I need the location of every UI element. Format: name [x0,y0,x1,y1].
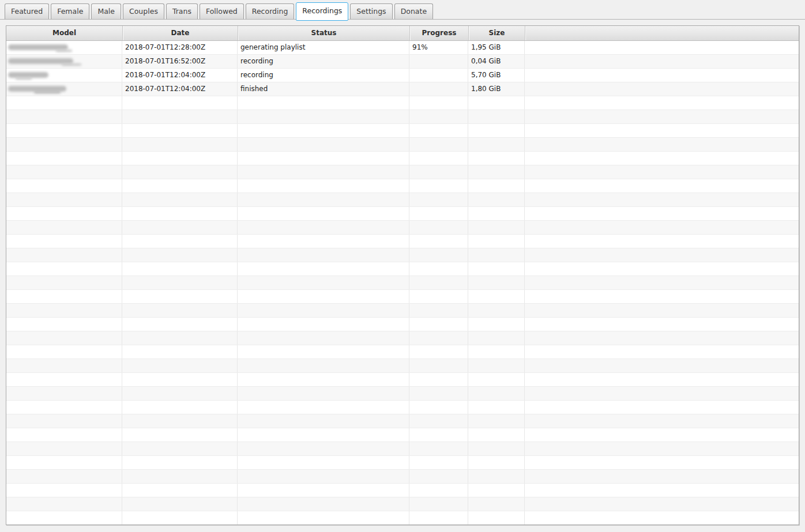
cell-progress [409,497,468,511]
cell-date[interactable]: 2018-07-01T12:04:00Z [122,69,238,82]
cell-size [468,235,525,248]
cell-model [6,152,122,165]
column-header-extra[interactable] [525,26,799,40]
cell-model[interactable] [6,82,122,96]
cell-progress[interactable] [409,82,468,96]
tab-female[interactable]: Female [51,3,89,19]
cell-size [468,318,525,331]
column-header-status[interactable]: Status [238,26,409,40]
cell-progress [409,235,468,248]
redacted-model-name-tail [56,50,72,52]
cell-status [238,373,409,386]
cell-model [6,110,122,123]
table-row-empty [6,179,799,193]
cell-status [238,248,409,262]
cell-size[interactable]: 5,70 GiB [468,69,525,82]
cell-date [122,276,238,289]
tab-couples[interactable]: Couples [123,3,164,19]
cell-size[interactable]: 1,95 GiB [468,41,525,54]
cell-status [238,345,409,359]
cell-status [238,179,409,193]
table-body: 2018-07-01T12:28:00Zgenerating playlist9… [6,41,799,525]
cell-status[interactable]: recording [238,55,409,68]
cell-model [6,428,122,442]
cell-date [122,484,238,497]
table-row[interactable]: 2018-07-01T12:04:00Zfinished1,80 GiB [6,82,799,96]
cell-size [468,193,525,206]
cell-status [238,401,409,414]
tab-trans[interactable]: Trans [166,3,198,19]
tab-recording[interactable]: Recording [246,3,295,19]
cell-progress [409,124,468,137]
cell-date [122,387,238,400]
tab-male[interactable]: Male [91,3,121,19]
cell-progress [409,179,468,193]
table-row[interactable]: 2018-07-01T12:28:00Zgenerating playlist9… [6,41,799,55]
cell-progress[interactable]: 91% [409,41,468,54]
cell-date [122,124,238,137]
cell-size [468,96,525,110]
cell-size [468,179,525,193]
cell-date[interactable]: 2018-07-01T12:28:00Z [122,41,238,54]
cell-progress[interactable] [409,55,468,68]
cell-date [122,193,238,206]
tab-followed[interactable]: Followed [200,3,244,19]
cell-date [122,497,238,511]
table-row-empty [6,428,799,442]
cell-progress [409,304,468,317]
recordings-table: ModelDateStatusProgressSize 2018-07-01T1… [6,25,799,525]
cell-extra [525,470,799,483]
table-row-empty [6,470,799,484]
cell-extra [525,484,799,497]
cell-status [238,470,409,483]
tab-settings[interactable]: Settings [350,3,392,19]
cell-status[interactable]: recording [238,69,409,82]
table-row-empty [6,290,799,304]
cell-model [6,193,122,206]
cell-extra [525,165,799,179]
cell-date[interactable]: 2018-07-01T16:52:00Z [122,55,238,68]
cell-model [6,401,122,414]
cell-date [122,262,238,276]
cell-size[interactable]: 0,04 GiB [468,55,525,68]
cell-progress [409,248,468,262]
cell-extra [525,179,799,193]
column-header-progress[interactable]: Progress [409,26,468,40]
cell-model[interactable] [6,41,122,54]
cell-status[interactable]: finished [238,82,409,96]
cell-extra[interactable] [525,69,799,82]
cell-model [6,484,122,497]
cell-date [122,331,238,345]
table-row[interactable]: 2018-07-01T12:04:00Zrecording5,70 GiB [6,69,799,82]
cell-model[interactable] [6,69,122,82]
table-row[interactable]: 2018-07-01T16:52:00Zrecording0,04 GiB [6,55,799,69]
cell-status [238,207,409,220]
cell-size[interactable]: 1,80 GiB [468,82,525,96]
cell-extra[interactable] [525,82,799,96]
table-row-empty [6,511,799,525]
cell-extra[interactable] [525,41,799,54]
cell-extra[interactable] [525,55,799,68]
column-header-model[interactable]: Model [6,26,122,40]
cell-size [468,442,525,455]
cell-progress [409,165,468,179]
tab-donate[interactable]: Donate [394,3,433,19]
cell-model [6,359,122,372]
tab-featured[interactable]: Featured [5,3,49,19]
cell-extra [525,262,799,276]
cell-model[interactable] [6,55,122,68]
column-header-date[interactable]: Date [122,26,238,40]
cell-extra [525,235,799,248]
cell-progress [409,470,468,483]
table-row-empty [6,165,799,179]
cell-date [122,456,238,469]
cell-status [238,456,409,469]
cell-status [238,442,409,455]
cell-date[interactable]: 2018-07-01T12:04:00Z [122,82,238,96]
column-header-size[interactable]: Size [468,26,525,40]
cell-date [122,221,238,234]
tab-recordings[interactable]: Recordings [296,2,348,21]
cell-progress [409,262,468,276]
cell-progress[interactable] [409,69,468,82]
cell-status[interactable]: generating playlist [238,41,409,54]
